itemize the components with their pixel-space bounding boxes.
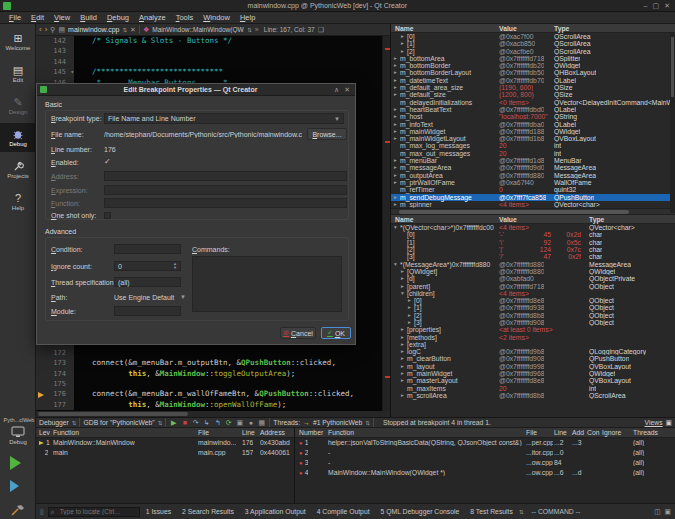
table-row[interactable]: ▸m_mainWidget@0x7fffffffd968QWidget xyxy=(391,370,675,377)
source-icon[interactable]: ▣ xyxy=(235,419,244,427)
table-row[interactable]: ▸m_heartBeatText@0x7fffffffdbd0QLabel xyxy=(391,106,675,113)
menu-window[interactable]: Window xyxy=(198,12,235,23)
expand-icon[interactable]: ▸ xyxy=(394,201,397,208)
table-row[interactable]: ▸m_bottomBorderLayout@0x7fffffffdb50QHBo… xyxy=(391,69,675,76)
expand-icon[interactable]: ▸ xyxy=(401,283,404,290)
breakpoint-row[interactable]: ●3-...ow.cpp84(all) xyxy=(295,458,675,468)
expand-icon[interactable]: ▸ xyxy=(401,326,404,333)
expression-input[interactable] xyxy=(104,185,347,195)
tab-filename[interactable]: mainwindow.cpp xyxy=(68,26,119,33)
commands-textarea[interactable] xyxy=(192,256,342,312)
close-icon[interactable]: ✕ xyxy=(664,2,670,10)
engine-combo[interactable]: GDB for "PythonicWeb" xyxy=(83,419,154,426)
expand-icon[interactable]: ▸ xyxy=(394,135,397,142)
table-row[interactable]: ▸m_bottomBorder@0x7fffffffdb20QWidget xyxy=(391,62,675,69)
table-row[interactable]: ▸m_infoText@0x7fffffffdba0QLabel xyxy=(391,121,675,128)
forward-icon[interactable]: › xyxy=(45,25,48,34)
menu-tools[interactable]: Tools xyxy=(171,12,199,23)
ignore-count-spinner[interactable] xyxy=(114,261,181,271)
minimize-icon[interactable]: – xyxy=(644,2,648,10)
table-row[interactable]: ▸m_host"localhost:7000"QString xyxy=(391,113,675,120)
table-row[interactable]: ▸m_scrollArea@0x7fffffffd8b8QScrollArea xyxy=(391,392,675,399)
expand-icon[interactable]: ▸ xyxy=(394,62,397,69)
stack-frame-row[interactable]: 1MainWindow::MainWindowmainwindo...1760x… xyxy=(36,438,294,448)
enabled-checkbox[interactable]: ✓ xyxy=(104,157,111,166)
table-row[interactable]: ▸m_outputArea@0x7fffffffd880MessageArea xyxy=(391,172,675,179)
run-button[interactable] xyxy=(10,456,26,472)
code-line[interactable]: 145▾ /**************************** xyxy=(36,67,390,77)
split-icon[interactable]: ❏ xyxy=(318,26,324,34)
code-line[interactable]: 174 this, &MainWindow::toggleOutputArea)… xyxy=(36,369,390,379)
table-row[interactable]: [0]'-'450x2dchar xyxy=(391,231,675,238)
kit-selector[interactable]: Debug xyxy=(0,426,36,452)
debug-run-button[interactable] xyxy=(10,480,26,496)
table-row[interactable]: ▸m_default_size(1200, 800)QSize xyxy=(391,91,675,98)
one-shot-checkbox[interactable] xyxy=(104,212,111,219)
restart-icon[interactable]: ⟳ xyxy=(224,419,233,427)
mode-edit[interactable]: ▤Edit xyxy=(0,59,36,88)
expand-icon[interactable]: ▸ xyxy=(401,40,404,47)
table-row[interactable]: ▸m_spinner<4 items>QVector<char> xyxy=(391,201,675,208)
table-row[interactable]: m_max_log_messages20int xyxy=(391,142,675,149)
expand-icon[interactable]: ▸ xyxy=(394,164,397,171)
expand-icon[interactable]: ▸ xyxy=(401,363,404,370)
tab-dropdown-icon[interactable]: ⇅ xyxy=(122,27,127,33)
table-row[interactable]: ▸[1]@0xacb850QScrollArea xyxy=(391,40,675,47)
views-menu[interactable]: Views xyxy=(645,419,663,426)
expand-icon[interactable]: ▸ xyxy=(401,33,404,40)
path-combo[interactable]: Use Engine Default xyxy=(114,294,174,301)
continue-icon[interactable]: ▶ xyxy=(169,419,178,427)
debugger-combo[interactable]: Debugger xyxy=(39,419,69,426)
line-number[interactable]: 143 xyxy=(36,46,74,56)
symbol-dropdown-icon[interactable]: ⇅ xyxy=(247,27,252,33)
expand-icon[interactable]: ▸ xyxy=(394,157,397,164)
table-row[interactable]: m_refTimer0quint32 xyxy=(391,186,675,193)
mode-design[interactable]: ✎Design xyxy=(0,91,36,120)
table-row[interactable]: ▸[2]@0xacfbe0QScrollArea xyxy=(391,48,675,55)
prev-output-icon[interactable]: ◫ xyxy=(654,508,660,516)
table-row[interactable]: ▸[1]@0x7fffffffd938QObject xyxy=(391,304,675,311)
table-row[interactable]: ▾[children]<4 items> xyxy=(391,290,675,297)
condition-input[interactable] xyxy=(114,244,181,254)
output-pane-button-1[interactable]: 1 Issues xyxy=(144,508,173,515)
mode-debug[interactable]: Debug xyxy=(0,123,36,152)
code-line[interactable]: 172 xyxy=(36,348,390,358)
table-row[interactable]: ▸[parent]@0x7fffffffd718QObject xyxy=(391,283,675,290)
expand-icon[interactable]: ▸ xyxy=(394,172,397,179)
table-row[interactable]: ▸[d]@0xabfad0QObjectPrivate xyxy=(391,275,675,282)
expand-icon[interactable]: ▸ xyxy=(401,370,404,377)
mode-projects[interactable]: Projects xyxy=(0,155,36,184)
expand-icon[interactable]: ▸ xyxy=(394,113,397,120)
line-number[interactable]: 145▾ xyxy=(36,67,74,77)
expand-icon[interactable]: ▸ xyxy=(401,48,404,55)
table-row[interactable]: m_maxItems20int xyxy=(391,385,675,392)
expand-icon[interactable]: ▸ xyxy=(394,106,397,113)
menu-file[interactable]: File xyxy=(4,12,26,23)
menu-build[interactable]: Build xyxy=(75,12,102,23)
table-row[interactable]: ▸m_mainWidget@0x7fffffffd188QWidget xyxy=(391,128,675,135)
stack-frame-row[interactable]: 2mainmain.cpp1570x440061 xyxy=(36,448,294,458)
table-row[interactable]: ▸m_clearButton@0x7fffffffd908QPushButton xyxy=(391,355,675,362)
menu-view[interactable]: View xyxy=(49,12,75,23)
step-out-icon[interactable]: ↰ xyxy=(213,419,222,427)
table-row[interactable]: ▸logC@0x7fffffffd9b8QLoggingCategory xyxy=(391,348,675,355)
mode-welcome[interactable]: ⊞Welcome xyxy=(0,27,36,56)
expand-icon[interactable]: ▸ xyxy=(401,275,404,282)
expand-icon[interactable]: ▸ xyxy=(401,348,404,355)
table-row[interactable]: [1]'\'920x5cchar xyxy=(391,239,675,246)
expand-icon[interactable]: ▸ xyxy=(401,268,404,275)
snapshot-icon[interactable]: ▦ xyxy=(257,419,266,427)
locals-scrollbar[interactable] xyxy=(670,33,675,213)
table-row[interactable]: ▸m_messageArea@0x7fffffffd9d0MessageArea xyxy=(391,164,675,171)
output-pane-button-4[interactable]: 4 Compile Output xyxy=(315,508,372,515)
table-row[interactable]: ▸m_mainWidgetLayout@0x7fffffffd1b8QVBoxL… xyxy=(391,135,675,142)
expand-icon[interactable]: ▸ xyxy=(408,304,411,311)
table-row[interactable]: ▸[0]@0xac7f00QScrollArea xyxy=(391,33,675,40)
table-row[interactable]: ▸m_datetimeText@0x7fffffffdb70QLabel xyxy=(391,77,675,84)
breakpoint-row[interactable]: ●2-...itor.cpp...0(all) xyxy=(295,448,675,458)
table-row[interactable]: ▸[properties]<at least 0 items> xyxy=(391,326,675,333)
breakpoint-row[interactable]: ●4MainWindow::MainWindow(QWidget *)...ow… xyxy=(295,468,675,478)
line-number[interactable]: 173 xyxy=(36,358,74,368)
line-number[interactable]: 176 xyxy=(36,389,74,399)
output-toggle-icon[interactable]: ▯ xyxy=(40,508,44,516)
